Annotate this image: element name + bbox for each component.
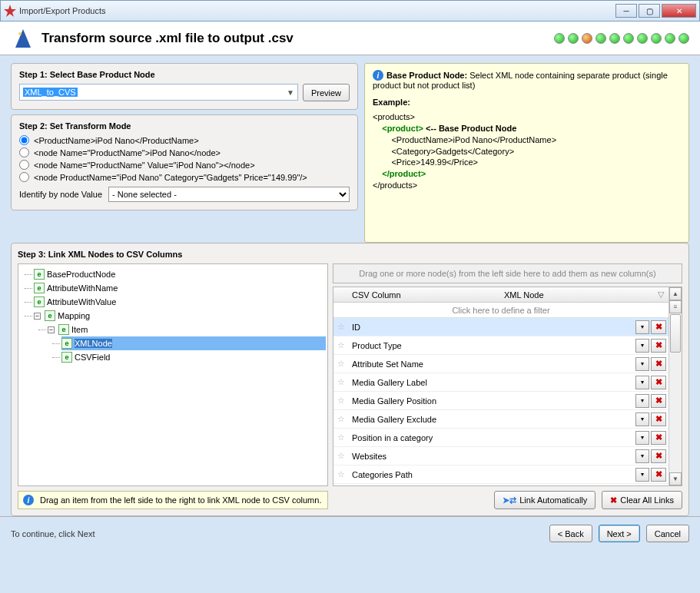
star-icon[interactable]: ☆ [333,432,349,442]
element-icon: e [34,269,45,280]
base-node-value: XML_to_CVS [23,88,78,97]
grid-row[interactable]: ☆Media Gallery Label▾✖ [333,373,668,392]
scroll-settings-icon[interactable]: ≡ [669,300,682,313]
grid-row[interactable]: ☆Categories Path▾✖ [333,465,668,484]
tree-node[interactable]: −eItem [48,323,326,336]
star-icon[interactable]: ☆ [333,340,349,350]
collapse-icon[interactable]: − [48,326,55,333]
step-dot [651,33,662,44]
grid-row[interactable]: ☆Position in a category▾✖ [333,429,668,447]
csv-column-cell: Media Gallery Exclude [349,415,635,424]
scroll-up-icon[interactable]: ▲ [669,287,682,300]
dropdown-button[interactable]: ▾ [635,468,649,482]
dropdown-button[interactable]: ▾ [635,320,649,334]
star-icon[interactable]: ☆ [333,414,349,424]
grid-row[interactable]: ☆Media Gallery Position▾✖ [333,392,668,410]
header-xml-node[interactable]: XML Node [501,290,653,300]
grid-header: CSV Column XML Node ▽ [333,287,668,303]
csv-column-cell: Position in a category [349,433,635,442]
option-label: <node Name="ProductName">iPod Nano</node… [34,148,221,157]
svg-marker-1 [15,29,31,48]
element-icon: e [61,352,72,363]
tree-node[interactable]: eCSVField [61,350,326,364]
progress-dots [554,33,689,44]
delete-button[interactable]: ✖ [651,339,666,353]
step-dot [595,33,606,44]
element-icon: e [58,324,69,335]
delete-button[interactable]: ✖ [651,468,666,482]
preview-button[interactable]: Preview [303,84,350,101]
grid-row[interactable]: ☆Product Type▾✖ [333,336,668,355]
tree-node[interactable]: eBaseProductNode [34,267,326,281]
link-icon: ➤⇄ [503,495,516,505]
delete-button[interactable]: ✖ [651,412,666,426]
wizard-icon [11,26,35,51]
scroll-track[interactable] [669,353,682,472]
tree-node[interactable]: eAttributeWithValue [34,295,326,309]
sort-icon[interactable]: ▽ [653,290,668,300]
option-label: <node ProductName="iPod Nano" Category="… [34,173,307,182]
titlebar[interactable]: Import/Export Products ─ ▢ ✕ [0,0,700,22]
grid-row[interactable]: ☆Websites▾✖ [333,447,668,465]
transform-mode-option[interactable]: <node Name="ProductName">iPod Nano</node… [19,147,350,157]
dropdown-button[interactable]: ▾ [635,376,649,389]
grid-row[interactable]: ☆Media Gallery Exclude▾✖ [333,410,668,429]
delete-button[interactable]: ✖ [651,431,666,445]
radio-input[interactable] [19,147,29,157]
csv-column-cell: Media Gallery Position [349,396,635,406]
radio-input[interactable] [19,172,29,182]
delete-button[interactable]: ✖ [651,449,666,463]
star-icon[interactable]: ☆ [333,359,349,369]
identify-select[interactable]: - None selected - [108,187,350,202]
delete-button[interactable]: ✖ [651,376,666,389]
base-node-combo[interactable]: XML_to_CVS ▼ [19,84,298,101]
grid-row[interactable]: ☆ID▾✖ [333,318,668,336]
drop-zone[interactable]: Drag one or more node(s) from the left s… [333,263,682,283]
hint-bar: i Drag an item from the left side to the… [18,491,328,509]
next-button[interactable]: Next > [599,525,640,542]
cancel-button[interactable]: Cancel [646,525,689,542]
star-icon[interactable]: ☆ [333,469,349,479]
transform-mode-option[interactable]: <ProductName>iPod Nano</ProductName> [19,135,350,145]
star-icon[interactable]: ☆ [333,396,349,406]
option-label: <node Name="ProductName" Value="iPod Nan… [34,161,255,170]
element-icon: e [45,310,55,321]
scrollbar[interactable]: ▲ ≡ ▼ [668,287,682,485]
dropdown-button[interactable]: ▾ [635,412,649,426]
star-icon[interactable]: ☆ [333,377,349,387]
star-icon[interactable]: ☆ [333,322,349,332]
collapse-icon[interactable]: − [34,313,41,320]
step-dot [665,33,675,44]
tree-node[interactable]: eAttributeWithName [34,281,326,295]
transform-mode-option[interactable]: <node ProductName="iPod Nano" Category="… [19,172,350,182]
link-automatically-button[interactable]: ➤⇄Link Automatically [494,491,595,509]
element-icon: e [61,338,72,349]
tree-node-selected[interactable]: eXMLNode [61,336,326,350]
close-button[interactable]: ✕ [662,4,696,18]
scroll-thumb[interactable] [670,314,681,353]
grid-row[interactable]: ☆Attribute Set Name▾✖ [333,355,668,373]
step1-legend: Step 1: Select Base Product Node [19,70,350,79]
radio-input[interactable] [19,135,29,145]
filter-row[interactable]: Click here to define a filter [333,303,668,318]
tree-node[interactable]: −eMapping [34,309,326,323]
maximize-button[interactable]: ▢ [639,4,660,18]
dropdown-button[interactable]: ▾ [635,394,649,408]
star-icon[interactable]: ☆ [333,451,349,461]
delete-button[interactable]: ✖ [651,320,666,334]
back-button[interactable]: < Back [549,525,592,542]
dropdown-button[interactable]: ▾ [635,449,649,463]
dropdown-button[interactable]: ▾ [635,339,649,353]
clear-all-links-button[interactable]: ✖Clear All Links [602,491,682,509]
header-csv-column[interactable]: CSV Column [349,290,501,300]
dropdown-button[interactable]: ▾ [635,357,649,371]
delete-button[interactable]: ✖ [651,357,666,371]
radio-input[interactable] [19,160,29,170]
delete-button[interactable]: ✖ [651,394,666,408]
info-icon: i [23,495,34,505]
dropdown-button[interactable]: ▾ [635,431,649,445]
transform-mode-option[interactable]: <node Name="ProductName" Value="iPod Nan… [19,160,350,170]
scroll-down-icon[interactable]: ▼ [669,472,682,485]
xml-tree[interactable]: eBaseProductNode eAttributeWithName eAtt… [18,263,328,486]
minimize-button[interactable]: ─ [615,4,637,18]
